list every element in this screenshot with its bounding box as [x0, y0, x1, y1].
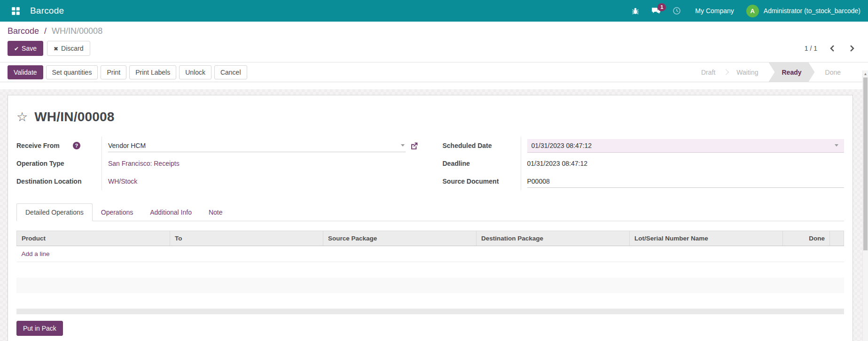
column-header-lot-serial[interactable]: Lot/Serial Number Name	[630, 231, 783, 246]
favorite-star-icon[interactable]: ☆	[16, 111, 28, 124]
source-document-input[interactable]: P00008	[527, 175, 845, 188]
control-panel-actions: ✔Save ✖Discard 1 / 1	[8, 41, 857, 62]
notebook-tabs: Detailed Operations Operations Additiona…	[16, 203, 844, 221]
breadcrumb: Barcode / WH/IN/00008	[8, 26, 857, 36]
field-group-right: Scheduled Date 01/31/2023 08:47:12 Deadl…	[443, 137, 845, 190]
content-area: ☆ WH/IN/00008 Receive From ? Ve	[0, 89, 862, 341]
company-switcher[interactable]: My Company	[695, 7, 734, 15]
breadcrumb-current: WH/IN/00008	[52, 26, 102, 36]
field-groups: Receive From ? Vendor HCM	[16, 137, 844, 190]
sheet-footer: Put in Pack	[16, 321, 844, 336]
list-end-bar	[16, 309, 844, 314]
column-header-destination-package[interactable]: Destination Package	[477, 231, 630, 246]
form-statusbar: Validate Set quantities Print Print Labe…	[0, 62, 868, 82]
discard-button[interactable]: ✖Discard	[47, 41, 90, 56]
column-header-product[interactable]: Product	[17, 231, 170, 246]
title-row: ☆ WH/IN/00008	[16, 109, 844, 124]
app-title[interactable]: Barcode	[30, 6, 64, 16]
tab-note[interactable]: Note	[200, 204, 231, 221]
scrollbar-thumb[interactable]	[863, 78, 868, 250]
dropdown-caret-icon[interactable]	[401, 144, 405, 147]
close-icon: ✖	[54, 46, 58, 52]
pager: 1 / 1	[805, 43, 857, 54]
field-row-deadline: Deadline 01/31/2023 08:47:12	[443, 155, 845, 172]
table-header-row: Product To Source Package Destination Pa…	[17, 231, 844, 246]
scheduled-date-input[interactable]: 01/31/2023 08:47:12	[527, 139, 845, 153]
add-a-line-link[interactable]: Add a line	[22, 250, 50, 257]
field-row-receive-from: Receive From ? Vendor HCM	[16, 137, 418, 155]
messages-button[interactable]: 1	[648, 3, 664, 19]
stage-draft[interactable]: Draft	[691, 62, 726, 82]
activities-button[interactable]	[669, 3, 685, 19]
deadline-value: 01/31/2023 08:47:12	[521, 155, 845, 172]
validate-button[interactable]: Validate	[8, 65, 43, 79]
pager-next-button[interactable]	[847, 43, 857, 54]
column-header-source-package[interactable]: Source Package	[323, 231, 477, 246]
app-window: Barcode 1 My Company A Administrator (to…	[0, 0, 868, 341]
receive-from-label: Receive From ?	[16, 142, 102, 149]
operation-type-label: Operation Type	[16, 160, 102, 167]
record-title: WH/IN/00008	[34, 109, 114, 124]
column-header-done[interactable]: Done	[783, 231, 830, 246]
stage-ready[interactable]: Ready	[769, 62, 815, 82]
receive-from-value-cell: Vendor HCM	[102, 137, 418, 155]
deadline-label: Deadline	[443, 160, 521, 167]
bug-icon	[631, 7, 640, 15]
chevron-left-icon	[829, 45, 835, 52]
add-line-row: Add a line	[17, 246, 844, 262]
source-document-value-cell: P00008	[521, 172, 845, 190]
check-icon: ✔	[14, 46, 19, 52]
scrollbar-up-arrow-icon[interactable]: ▲	[863, 70, 868, 77]
form-sheet: ☆ WH/IN/00008 Receive From ? Ve	[8, 95, 853, 341]
operation-type-value-cell: San Francisco: Receipts	[102, 155, 418, 172]
status-pipeline: Draft Waiting Ready Done	[691, 62, 851, 82]
unlock-button[interactable]: Unlock	[179, 65, 211, 79]
stage-waiting[interactable]: Waiting	[726, 62, 768, 82]
empty-list-row	[16, 278, 844, 293]
receive-from-input[interactable]: Vendor HCM	[108, 140, 406, 152]
breadcrumb-parent-link[interactable]: Barcode	[8, 26, 39, 36]
pager-previous-button[interactable]	[828, 43, 837, 54]
column-header-to[interactable]: To	[170, 231, 323, 246]
destination-location-value-cell: WH/Stock	[102, 172, 418, 190]
vertical-scrollbar[interactable]: ▲	[862, 70, 868, 341]
clock-icon	[673, 7, 681, 15]
set-quantities-button[interactable]: Set quantities	[46, 65, 98, 79]
empty-list-row	[16, 262, 844, 278]
cancel-button[interactable]: Cancel	[214, 65, 247, 79]
breadcrumb-separator: /	[44, 26, 47, 36]
user-avatar[interactable]: A	[746, 5, 759, 17]
print-button[interactable]: Print	[101, 65, 126, 79]
tab-operations[interactable]: Operations	[93, 204, 141, 221]
user-menu[interactable]: Administrator (to_stock_barcode)	[764, 7, 860, 15]
dropdown-caret-icon	[835, 144, 838, 147]
pager-value: 1 / 1	[805, 45, 817, 52]
field-row-source-document: Source Document P00008	[443, 172, 845, 190]
put-in-pack-button[interactable]: Put in Pack	[16, 321, 63, 336]
destination-location-link[interactable]: WH/Stock	[108, 178, 137, 185]
scheduled-date-label: Scheduled Date	[443, 142, 521, 149]
tab-detailed-operations[interactable]: Detailed Operations	[16, 203, 93, 221]
stage-done[interactable]: Done	[815, 62, 851, 82]
scheduled-date-value-cell: 01/31/2023 08:47:12	[521, 137, 845, 155]
messages-count-badge: 1	[657, 3, 666, 11]
apps-grid-icon	[11, 7, 20, 16]
field-row-operation-type: Operation Type San Francisco: Receipts	[16, 155, 418, 172]
top-navbar: Barcode 1 My Company A Administrator (to…	[0, 0, 868, 22]
tab-additional-info[interactable]: Additional Info	[141, 204, 200, 221]
save-button[interactable]: ✔Save	[8, 41, 43, 56]
empty-list-row	[16, 293, 844, 309]
operation-type-link[interactable]: San Francisco: Receipts	[108, 160, 180, 167]
chevron-right-icon	[849, 45, 855, 52]
help-icon[interactable]: ?	[73, 142, 80, 149]
control-panel: Barcode / WH/IN/00008 ✔Save ✖Discard 1 /…	[0, 22, 868, 62]
destination-location-label: Destination Location	[16, 178, 102, 185]
field-group-left: Receive From ? Vendor HCM	[16, 137, 418, 190]
print-labels-button[interactable]: Print Labels	[129, 65, 176, 79]
field-row-scheduled-date: Scheduled Date 01/31/2023 08:47:12	[443, 137, 845, 155]
source-document-label: Source Document	[443, 178, 521, 185]
debug-menu-button[interactable]	[627, 3, 643, 19]
apps-menu-button[interactable]	[8, 3, 23, 19]
external-link-icon[interactable]	[410, 142, 418, 150]
detailed-operations-table: Product To Source Package Destination Pa…	[16, 231, 844, 262]
